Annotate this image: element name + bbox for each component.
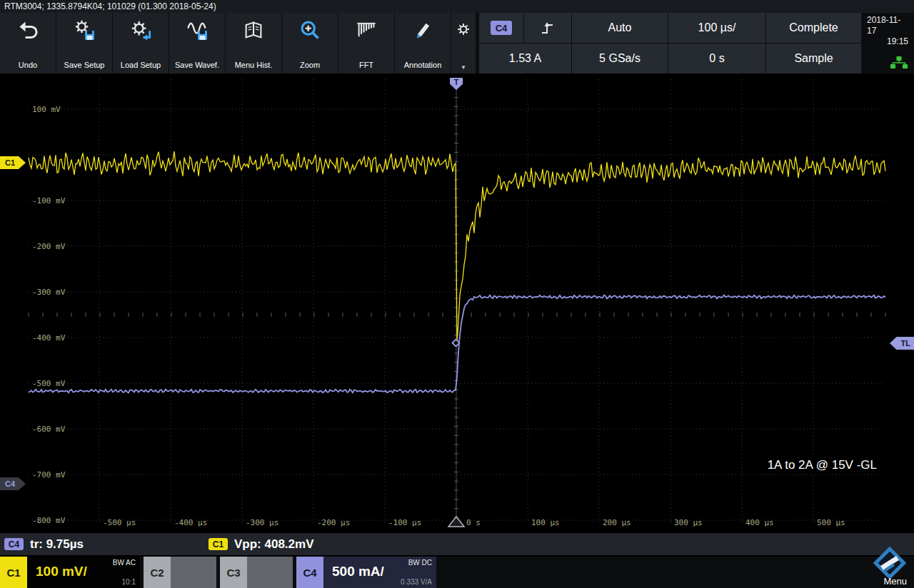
timebase-value: 100 µs/ — [698, 21, 736, 34]
annotation-text: 1A to 2A @ 15V -GL — [762, 457, 883, 473]
menu-button[interactable]: Menu — [883, 576, 907, 587]
svg-text:0 s: 0 s — [466, 518, 481, 527]
measurement-bar: C4 tr: 9.75µs C1 Vpp: 408.2mV — [0, 532, 914, 557]
datetime-panel: 2018-11-17 19:15 — [861, 13, 914, 74]
c1-coupling-label: BW AC — [113, 559, 136, 567]
menu-history-button-label: Menu Hist. — [235, 61, 273, 69]
measurement2-value: Vpp: 408.2mV — [234, 537, 314, 552]
load-setup-button-label: Load Setup — [121, 61, 161, 69]
svg-text:-300 µs: -300 µs — [246, 518, 278, 527]
svg-text:-300 mV: -300 mV — [32, 288, 66, 297]
c3-settings-tile — [247, 557, 293, 588]
annotation-icon — [412, 19, 433, 41]
c2-badge: C2 — [144, 557, 171, 588]
fft-button-label: FFT — [359, 61, 373, 69]
zoom-button-label: Zoom — [300, 61, 320, 69]
svg-text:-200 µs: -200 µs — [317, 518, 350, 527]
load-setup-button[interactable]: Load Setup — [113, 13, 169, 74]
trigger-level-value: 1.53 A — [509, 52, 541, 65]
zoom-button[interactable]: Zoom — [282, 13, 338, 74]
sample-rate-cell[interactable]: 5 GSa/s — [572, 44, 668, 74]
acquisition-status-cell[interactable]: Complete — [766, 13, 861, 43]
trigger-mode-cell[interactable]: Auto — [572, 13, 668, 43]
c1-badge: C1 — [0, 557, 27, 588]
oscilloscope-screen: RTM3004; 1335.8794K04; 101029 (01.300 20… — [0, 0, 914, 588]
annotation-button-label: Annotation — [404, 61, 442, 69]
trigger-source-cell[interactable]: C4 — [479, 13, 523, 43]
measurement1-value: tr: 9.75µs — [30, 537, 84, 552]
chevron-down-icon: ▾ — [462, 64, 466, 71]
timebase-cell[interactable]: 100 µs/ — [668, 13, 765, 43]
undo-icon — [17, 19, 39, 41]
c4-settings-tile: 500 mA/ BW DC 0.333 V/A — [323, 557, 436, 588]
svg-text:300 µs: 300 µs — [674, 518, 703, 527]
channel-c3-control[interactable]: C3 — [220, 557, 293, 588]
c4-probe-label: 0.333 V/A — [401, 578, 432, 586]
svg-text:100 µs: 100 µs — [531, 518, 560, 527]
trigger-slope-cell[interactable] — [524, 13, 571, 43]
svg-text:-500 mV: -500 mV — [32, 379, 66, 388]
undo-button-label: Undo — [19, 61, 37, 69]
zoom-icon — [299, 19, 321, 41]
menu-corner: Menu — [870, 543, 910, 587]
waveform-display[interactable]: 100 mV-100 mV-200 mV-300 mV-400 mV-500 m… — [0, 74, 914, 532]
measurement2-channel-badge: C1 — [209, 538, 228, 550]
svg-text:-500 µs: -500 µs — [103, 518, 136, 527]
save-setup-button[interactable]: Save Setup — [56, 13, 112, 74]
titlebar: RTM3004; 1335.8794K04; 101029 (01.300 20… — [0, 0, 914, 13]
trigger-source-badge: C4 — [491, 21, 512, 35]
measurement1-channel-badge: C4 — [4, 538, 24, 550]
svg-text:-800 mV: -800 mV — [32, 516, 66, 525]
acquisition-mode-cell[interactable]: Sample — [766, 44, 861, 74]
horizontal-position-value: 0 s — [709, 52, 724, 65]
svg-text:-100 µs: -100 µs — [388, 518, 421, 527]
save-waveform-button-label: Save Wavef. — [175, 61, 219, 69]
svg-text:500 µs: 500 µs — [817, 518, 845, 527]
trigger-mode-value: Auto — [608, 21, 632, 34]
fft-icon — [356, 19, 377, 41]
svg-text:-400 mV: -400 mV — [32, 333, 66, 343]
save-setup-button-label: Save Setup — [64, 61, 105, 69]
c4-badge: C4 — [296, 557, 323, 588]
display-settings-gear-icon — [456, 21, 471, 37]
svg-text:-200 mV: -200 mV — [32, 242, 66, 251]
device-id-text: RTM3004; 1335.8794K04; 101029 (01.300 20… — [4, 1, 216, 11]
svg-text:-700 mV: -700 mV — [32, 470, 66, 480]
undo-button[interactable]: Undo — [0, 13, 56, 74]
save-setup-icon — [74, 19, 95, 41]
menu-history-icon — [243, 19, 264, 41]
fft-button[interactable]: FFT — [338, 13, 394, 74]
channel-c4-control[interactable]: C4 500 mA/ BW DC 0.333 V/A — [296, 557, 436, 588]
c3-badge: C3 — [220, 557, 247, 588]
rising-edge-icon — [539, 19, 556, 36]
svg-text:100 mV: 100 mV — [32, 105, 61, 114]
c1-scale-value: 100 mV/ — [36, 564, 87, 579]
load-setup-icon — [130, 19, 151, 41]
menu-history-button[interactable]: Menu Hist. — [226, 13, 281, 74]
horizontal-position-cell[interactable]: 0 s — [668, 44, 765, 74]
svg-text:-400 µs: -400 µs — [174, 518, 207, 527]
trigger-acquisition-panel: C4 Auto 100 µs/ Complete 1.53 A 5 GS — [479, 13, 861, 74]
toolbar: Undo Save Setup — [0, 13, 914, 74]
channel-c2-control[interactable]: C2 — [144, 557, 216, 588]
c4-scale-value: 500 mA/ — [332, 564, 384, 579]
date-text: 2018-11-17 — [867, 15, 908, 36]
channel-c1-control[interactable]: C1 100 mV/ BW AC 10:1 — [0, 557, 140, 588]
trigger-level-cell[interactable]: 1.53 A — [479, 44, 571, 74]
acquisition-status-value: Complete — [789, 21, 838, 34]
c4-coupling-label: BW DC — [408, 559, 432, 567]
svg-text:-100 mV: -100 mV — [32, 196, 66, 206]
display-settings-button[interactable]: ▾ — [451, 13, 476, 74]
annotation-button[interactable]: Annotation — [395, 13, 451, 74]
svg-text:400 µs: 400 µs — [745, 518, 774, 527]
c1-settings-tile: 100 mV/ BW AC 10:1 — [27, 557, 140, 588]
channel-bar: C1 100 mV/ BW AC 10:1 C2 C3 C4 500 mA/ B… — [0, 557, 914, 588]
save-waveform-button[interactable]: Save Wavef. — [169, 13, 225, 74]
svg-text:-600 mV: -600 mV — [32, 425, 66, 434]
network-icon — [890, 56, 908, 69]
c1-probe-label: 10:1 — [122, 578, 136, 586]
sample-rate-value: 5 GSa/s — [599, 52, 641, 65]
time-text: 19:15 — [887, 36, 908, 47]
save-waveform-icon — [186, 19, 208, 41]
svg-text:200 µs: 200 µs — [603, 518, 631, 527]
